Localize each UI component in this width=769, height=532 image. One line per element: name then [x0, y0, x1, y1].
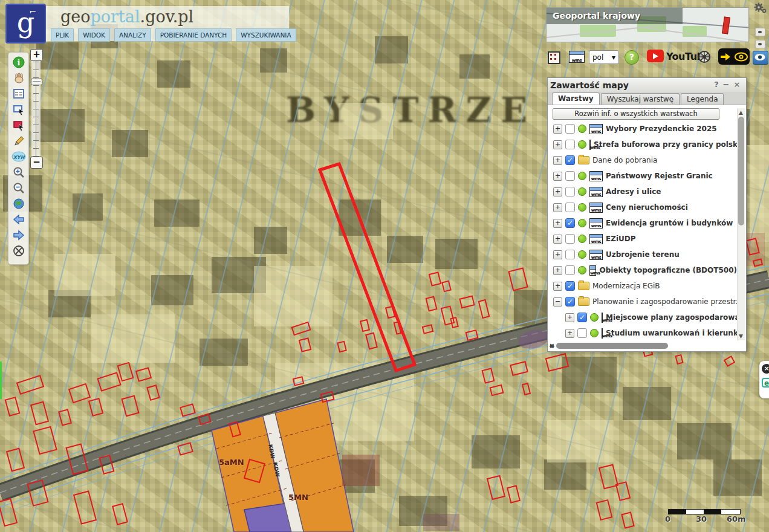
layer-checkbox[interactable]: ✓ [565, 155, 575, 165]
wms-layer-icon: wms [589, 171, 603, 181]
layer-checkbox[interactable]: ✓ [577, 313, 587, 322]
layer-row[interactable]: +wmsStrefa buforowa przy granicy polsko-… [548, 137, 737, 152]
zoom-slider-minus-button[interactable]: − [30, 157, 43, 169]
scroll-down-icon[interactable]: ▼ [739, 333, 743, 339]
select-rectangle-icon[interactable] [11, 102, 26, 117]
layer-checkbox[interactable]: ✓ [565, 281, 575, 291]
layer-row[interactable]: +wmsUzbrojenie terenu [548, 247, 737, 262]
layer-checkbox[interactable]: ✓ [565, 297, 575, 307]
wms-layer-icon: wms [589, 187, 603, 197]
layer-row[interactable]: +wmsAdresy i ulice [548, 184, 737, 199]
layer-checkbox[interactable] [565, 265, 575, 275]
panel-toggle-icon[interactable] [755, 28, 765, 36]
layer-checkbox[interactable] [565, 250, 575, 259]
tab-warstwy[interactable]: Warstwy [552, 92, 600, 105]
expander-plus-icon[interactable]: + [553, 203, 562, 212]
layer-checkbox[interactable] [565, 234, 575, 244]
grid-graticule-icon[interactable] [548, 51, 560, 64]
expander-plus-icon[interactable]: + [565, 313, 574, 322]
layer-checkbox[interactable] [565, 124, 575, 134]
scroll-right-icon[interactable]: ▶ [550, 342, 736, 349]
xyh-coordinates-icon[interactable]: XYH [11, 149, 26, 164]
zoom-out-icon[interactable] [11, 180, 26, 196]
panel-toggle-icon[interactable] [755, 40, 765, 48]
visibility-eye-button[interactable] [753, 51, 768, 65]
globe-full-extent-icon[interactable] [11, 196, 26, 212]
panel-close-button[interactable]: × [733, 80, 741, 89]
zoom-slider-handle[interactable] [31, 79, 42, 85]
language-select[interactable]: pol▾ [589, 50, 619, 64]
layer-row[interactable]: +wmsObiekty topograficzne (BDOT500) [548, 262, 737, 278]
svg-text:i: i [17, 58, 20, 67]
menu-item-widok[interactable]: WIDOK [78, 28, 110, 42]
layer-row[interactable]: +✓wmsMiejscowe plany zagospodarowania pr… [548, 310, 737, 325]
expand-all-layers-button[interactable]: Rozwiń inf. o wszystkich warstwach [553, 108, 719, 120]
layer-status-dot-icon [590, 329, 599, 337]
vertical-scrollbar[interactable]: ▲ ▼ [737, 108, 745, 340]
expander-minus-icon[interactable]: − [553, 297, 562, 307]
layer-row[interactable]: +✓wmsEwidencja gruntów i budynków [548, 215, 737, 231]
geoportal-logo[interactable]: g⌐ [5, 4, 46, 44]
draw-measure-pencil-icon[interactable] [11, 133, 26, 149]
expander-plus-icon[interactable]: + [553, 266, 562, 275]
menu-item-wyszukiwania[interactable]: WYSZUKIWANIA [236, 28, 296, 42]
panel-header[interactable]: Zawartość mapy ? − × [548, 78, 746, 92]
layer-row[interactable]: +✓Dane do pobrania [548, 152, 737, 168]
expander-plus-icon[interactable]: + [553, 250, 562, 259]
layer-row[interactable]: +wmsEZiUDP [548, 231, 737, 247]
menu-item-plik[interactable]: PLIK [51, 28, 74, 42]
clear-selection-icon[interactable] [11, 243, 26, 259]
arrow-eye-toggle[interactable] [718, 48, 750, 65]
layer-checkbox[interactable]: ✓ [565, 218, 575, 228]
layer-checkbox[interactable] [565, 140, 575, 149]
expander-plus-icon[interactable]: + [553, 219, 562, 228]
layer-row[interactable]: +✓Modernizacja EGiB [548, 278, 737, 294]
scroll-up-icon[interactable]: ▲ [739, 109, 743, 115]
layer-row[interactable]: +wmsPaństwowy Rejestr Granic [548, 168, 737, 184]
settings-gear-icon[interactable] [753, 2, 768, 18]
layer-row[interactable]: +wmsWybory Prezydenckie 2025 [548, 121, 737, 137]
attribute-table-icon[interactable] [11, 86, 26, 102]
svg-text:XYH: XYH [13, 155, 25, 160]
zoom-slider-plus-button[interactable]: + [30, 49, 43, 61]
layer-checkbox[interactable] [565, 203, 575, 212]
previous-view-icon[interactable] [11, 212, 26, 227]
vertical-scroll-thumb[interactable] [738, 117, 744, 225]
select-red-rectangle-icon[interactable] [11, 117, 26, 133]
overview-mini-map[interactable]: Geoportal krajowy [546, 7, 749, 42]
layer-status-dot-icon [578, 235, 586, 243]
layer-row[interactable]: +wmsStudium uwarunkowań i kierunków zag [548, 325, 737, 341]
expander-plus-icon[interactable]: + [565, 329, 574, 338]
tab-legenda[interactable]: Legenda [681, 93, 724, 105]
menu-item-analizy[interactable]: ANALIZY [114, 28, 151, 42]
zoom-slider-track[interactable] [31, 60, 41, 156]
youtube-play-icon[interactable] [647, 50, 664, 62]
zoom-in-icon[interactable] [11, 164, 26, 180]
help-button[interactable]: ? [625, 50, 639, 65]
info-icon[interactable]: i [11, 54, 26, 70]
expander-plus-icon[interactable]: + [553, 156, 562, 165]
expander-plus-icon[interactable]: + [553, 282, 562, 291]
layer-checkbox[interactable] [565, 171, 575, 181]
layer-checkbox[interactable] [577, 328, 587, 338]
menu-item-pobieranie-danych[interactable]: POBIERANIE DANYCH [155, 28, 232, 42]
panel-help-button[interactable]: ? [712, 80, 721, 89]
layer-checkbox[interactable] [565, 187, 575, 196]
horizontal-scrollbar[interactable]: ◀ ▶ [549, 342, 736, 349]
wms-services-icon[interactable]: wms [569, 51, 585, 63]
layer-row[interactable]: +wmsCeny nieruchomości [548, 199, 737, 215]
close-icon[interactable]: × [762, 364, 769, 374]
wms-layer-icon: wms [589, 265, 596, 276]
expander-plus-icon[interactable]: + [553, 235, 562, 244]
next-view-icon[interactable] [11, 227, 26, 243]
wheel-icon[interactable] [698, 50, 711, 66]
layer-row[interactable]: −✓Planowanie i zagospodarowanie przestrz… [548, 294, 737, 310]
expander-plus-icon[interactable]: + [553, 172, 562, 181]
panel-minimize-button[interactable]: − [722, 80, 730, 89]
expander-plus-icon[interactable]: + [553, 187, 562, 196]
pan-hand-icon[interactable] [11, 70, 26, 86]
expander-plus-icon[interactable]: + [553, 125, 562, 134]
tab-wyszukaj-warstwe[interactable]: Wyszukaj warstwę [601, 93, 680, 105]
expander-plus-icon[interactable]: + [553, 140, 562, 149]
e-service-icon[interactable]: e [762, 378, 769, 388]
